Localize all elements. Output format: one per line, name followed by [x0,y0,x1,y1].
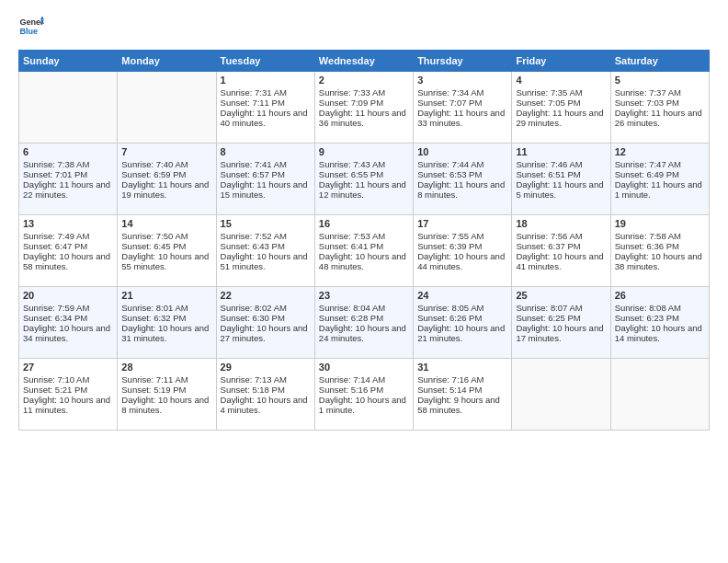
sunset-text: Sunset: 6:45 PM [121,241,211,251]
daylight-text: Daylight: 10 hours and 1 minute. [319,395,409,415]
calendar-cell: 21Sunrise: 8:01 AMSunset: 6:32 PMDayligh… [118,287,216,359]
calendar-cell: 9Sunrise: 7:43 AMSunset: 6:55 PMDaylight… [314,144,413,215]
sunrise-text: Sunrise: 7:34 AM [417,87,507,98]
day-number: 23 [319,290,409,301]
sunrise-text: Sunrise: 7:47 AM [615,159,705,169]
sunrise-text: Sunrise: 7:59 AM [23,303,113,313]
col-header-wednesday: Wednesday [314,51,413,72]
calendar-cell: 10Sunrise: 7:44 AMSunset: 6:53 PMDayligh… [414,144,512,215]
day-number: 15 [221,218,311,229]
day-number: 6 [23,146,113,157]
logo-icon: General Blue [18,15,44,40]
day-number: 10 [417,146,507,157]
daylight-text: Daylight: 10 hours and 48 minutes. [319,251,409,271]
sunrise-text: Sunrise: 8:01 AM [121,303,211,313]
svg-text:General: General [19,17,44,27]
sunset-text: Sunset: 6:30 PM [221,313,311,323]
day-number: 8 [221,146,311,157]
sunrise-text: Sunrise: 8:04 AM [319,303,409,313]
daylight-text: Daylight: 11 hours and 22 minutes. [23,179,113,200]
day-number: 14 [121,218,211,229]
day-number: 26 [615,290,705,301]
col-header-sunday: Sunday [19,51,118,72]
calendar-cell: 22Sunrise: 8:02 AMSunset: 6:30 PMDayligh… [216,287,314,359]
calendar-cell: 5Sunrise: 7:37 AMSunset: 7:03 PMDaylight… [610,72,709,144]
daylight-text: Daylight: 10 hours and 4 minutes. [221,395,311,415]
daylight-text: Daylight: 10 hours and 34 minutes. [23,323,113,343]
calendar-cell: 13Sunrise: 7:49 AMSunset: 6:47 PMDayligh… [19,215,118,287]
col-header-tuesday: Tuesday [216,51,314,72]
svg-text:Blue: Blue [19,27,38,36]
sunset-text: Sunset: 6:43 PM [221,241,311,251]
sunrise-text: Sunrise: 7:10 AM [23,374,113,385]
page-header: General Blue [18,15,710,40]
week-row-2: 6Sunrise: 7:38 AMSunset: 7:01 PMDaylight… [19,144,710,215]
daylight-text: Daylight: 11 hours and 29 minutes. [516,108,606,128]
calendar-cell: 1Sunrise: 7:31 AMSunset: 7:11 PMDaylight… [216,72,314,144]
sunrise-text: Sunrise: 7:52 AM [221,231,311,241]
header-row: SundayMondayTuesdayWednesdayThursdayFrid… [19,51,710,72]
calendar-cell: 19Sunrise: 7:58 AMSunset: 6:36 PMDayligh… [610,215,709,287]
calendar-cell: 12Sunrise: 7:47 AMSunset: 6:49 PMDayligh… [610,144,709,215]
calendar-cell: 15Sunrise: 7:52 AMSunset: 6:43 PMDayligh… [216,215,314,287]
sunrise-text: Sunrise: 7:43 AM [319,159,409,169]
daylight-text: Daylight: 10 hours and 31 minutes. [121,323,211,343]
daylight-text: Daylight: 11 hours and 36 minutes. [319,108,409,128]
sunrise-text: Sunrise: 7:16 AM [417,374,507,385]
day-number: 28 [121,362,211,373]
sunrise-text: Sunrise: 7:56 AM [516,231,606,241]
day-number: 3 [417,75,507,86]
sunset-text: Sunset: 7:05 PM [516,98,606,108]
day-number: 17 [417,218,507,229]
daylight-text: Daylight: 11 hours and 26 minutes. [615,108,705,128]
day-number: 9 [319,146,409,157]
daylight-text: Daylight: 11 hours and 5 minutes. [516,179,606,200]
sunrise-text: Sunrise: 7:14 AM [319,374,409,385]
daylight-text: Daylight: 10 hours and 58 minutes. [23,251,113,271]
calendar-cell: 17Sunrise: 7:55 AMSunset: 6:39 PMDayligh… [414,215,512,287]
day-number: 11 [516,146,606,157]
calendar-cell: 24Sunrise: 8:05 AMSunset: 6:26 PMDayligh… [414,287,512,359]
day-number: 13 [23,218,113,229]
calendar-cell: 30Sunrise: 7:14 AMSunset: 5:16 PMDayligh… [314,359,413,431]
sunset-text: Sunset: 6:37 PM [516,241,606,251]
sunrise-text: Sunrise: 8:07 AM [516,303,606,313]
calendar-cell: 18Sunrise: 7:56 AMSunset: 6:37 PMDayligh… [512,215,610,287]
calendar-cell: 25Sunrise: 8:07 AMSunset: 6:25 PMDayligh… [512,287,610,359]
calendar-cell: 29Sunrise: 7:13 AMSunset: 5:18 PMDayligh… [216,359,314,431]
sunset-text: Sunset: 6:59 PM [121,169,211,179]
week-row-3: 13Sunrise: 7:49 AMSunset: 6:47 PMDayligh… [19,215,710,287]
sunrise-text: Sunrise: 7:35 AM [516,87,606,98]
sunset-text: Sunset: 6:25 PM [516,313,606,323]
day-number: 4 [516,75,606,86]
day-number: 16 [319,218,409,229]
col-header-saturday: Saturday [610,51,709,72]
col-header-thursday: Thursday [414,51,512,72]
day-number: 31 [417,362,507,373]
calendar-cell: 7Sunrise: 7:40 AMSunset: 6:59 PMDaylight… [118,144,216,215]
logo: General Blue [18,15,44,40]
sunrise-text: Sunrise: 7:38 AM [23,159,113,169]
sunset-text: Sunset: 6:53 PM [417,169,507,179]
sunrise-text: Sunrise: 7:13 AM [221,374,311,385]
calendar-cell: 6Sunrise: 7:38 AMSunset: 7:01 PMDaylight… [19,144,118,215]
sunrise-text: Sunrise: 8:05 AM [417,303,507,313]
week-row-1: 1Sunrise: 7:31 AMSunset: 7:11 PMDaylight… [19,72,710,144]
sunset-text: Sunset: 6:49 PM [615,169,705,179]
calendar-cell: 23Sunrise: 8:04 AMSunset: 6:28 PMDayligh… [314,287,413,359]
col-header-friday: Friday [512,51,610,72]
day-number: 27 [23,362,113,373]
daylight-text: Daylight: 10 hours and 14 minutes. [615,323,705,343]
sunrise-text: Sunrise: 8:08 AM [615,303,705,313]
daylight-text: Daylight: 10 hours and 11 minutes. [23,395,113,415]
calendar-cell: 2Sunrise: 7:33 AMSunset: 7:09 PMDaylight… [314,72,413,144]
daylight-text: Daylight: 10 hours and 44 minutes. [417,251,507,271]
daylight-text: Daylight: 11 hours and 40 minutes. [221,108,311,128]
calendar-cell: 28Sunrise: 7:11 AMSunset: 5:19 PMDayligh… [118,359,216,431]
day-number: 22 [221,290,311,301]
sunset-text: Sunset: 5:14 PM [417,385,507,395]
day-number: 30 [319,362,409,373]
daylight-text: Daylight: 10 hours and 41 minutes. [516,251,606,271]
daylight-text: Daylight: 11 hours and 12 minutes. [319,179,409,200]
daylight-text: Daylight: 10 hours and 55 minutes. [121,251,211,271]
